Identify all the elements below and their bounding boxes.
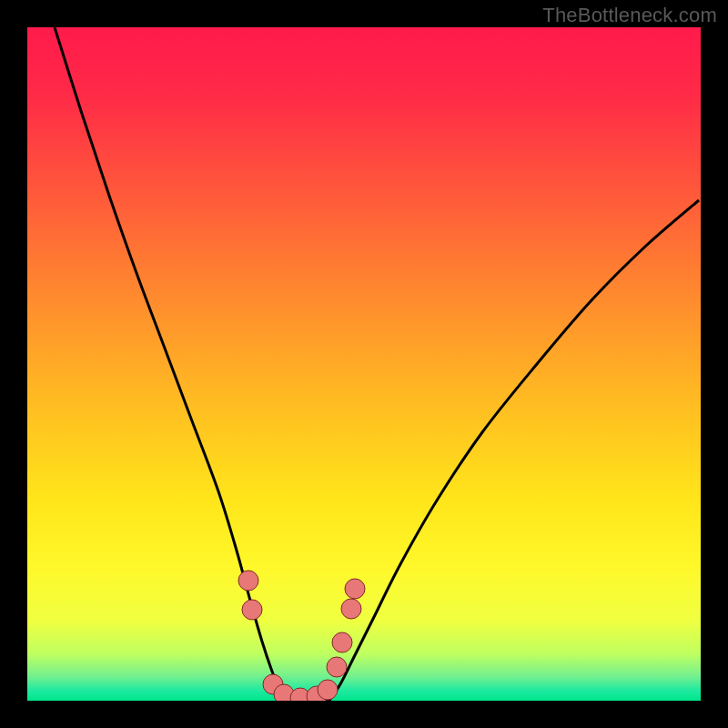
scatter-points — [238, 571, 365, 701]
plot-area — [27, 27, 701, 701]
scatter-point — [341, 599, 361, 619]
right-curve — [329, 200, 699, 701]
scatter-point — [242, 600, 262, 620]
scatter-point — [318, 680, 338, 700]
watermark-text: TheBottleneck.com — [542, 4, 717, 27]
scatter-point — [332, 632, 352, 652]
chart-frame: TheBottleneck.com — [0, 0, 728, 728]
scatter-point — [238, 571, 258, 591]
curve-layer — [27, 27, 701, 701]
scatter-point — [327, 657, 347, 677]
scatter-point — [345, 579, 365, 599]
